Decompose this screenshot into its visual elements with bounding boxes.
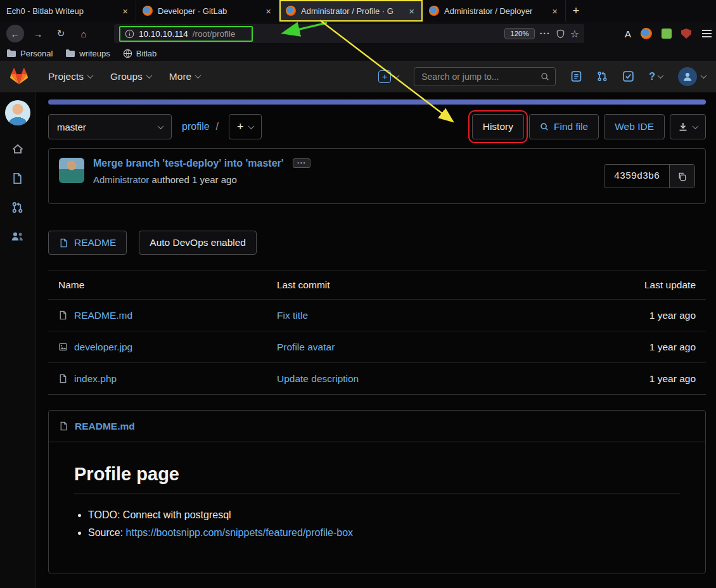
sidebar-item-members[interactable] [11, 231, 24, 241]
back-button[interactable]: ← [6, 25, 24, 42]
plus-icon: + [378, 70, 391, 83]
sidebar-item-repository[interactable] [11, 172, 23, 184]
home-button[interactable]: ⌂ [75, 25, 93, 42]
close-icon[interactable]: × [121, 6, 129, 16]
commit-message-link[interactable]: Fix title [277, 310, 601, 321]
page-actions-icon[interactable]: ··· [540, 29, 551, 39]
history-button[interactable]: History [472, 114, 524, 139]
last-commit-panel: Merge branch 'test-deploy' into 'master'… [48, 148, 706, 204]
tab-administrator-profile[interactable]: Administrator / Profile · G × [279, 0, 423, 22]
column-header-last-commit: Last commit [277, 279, 601, 291]
sidebar-item-overview[interactable] [11, 143, 24, 155]
readme-bullet: TODO: Connect with postgresql [88, 509, 680, 521]
profile-box-link[interactable]: https://bootsnipp.com/snippets/featured/… [126, 527, 353, 538]
breadcrumb-separator: / [216, 121, 219, 132]
last-update-cell: 1 year ago [601, 373, 696, 385]
firefox-icon [143, 6, 153, 16]
file-document-icon [59, 421, 68, 431]
folder-icon [6, 49, 16, 58]
file-link[interactable]: developer.jpg [74, 342, 132, 353]
table-row[interactable]: README.md Fix title 1 year ago [48, 299, 706, 331]
commit-title-link[interactable]: Merge branch 'test-deploy' into 'master' [93, 158, 284, 169]
download-icon [678, 122, 688, 132]
readme-filename: README.md [75, 421, 135, 432]
download-source-button[interactable] [670, 114, 706, 139]
chevron-down-icon [248, 123, 254, 129]
forward-button[interactable]: → [29, 25, 47, 42]
bookmarks-bar: Personal writeups Bitlab [0, 46, 716, 61]
chevron-down-icon [146, 72, 152, 79]
close-icon[interactable]: × [407, 6, 416, 16]
avatar [678, 67, 697, 86]
commit-message-link[interactable]: Profile avatar [277, 342, 601, 353]
commit-author-link[interactable]: Administrator [93, 174, 149, 185]
file-document-icon [58, 310, 68, 320]
table-row[interactable]: developer.jpg Profile avatar 1 year ago [48, 331, 706, 362]
nav-projects-menu[interactable]: Projects [48, 71, 93, 82]
reload-button[interactable]: ↻ [52, 25, 70, 42]
chevron-down-icon [658, 72, 664, 79]
breadcrumb-project-link[interactable]: profile [182, 121, 210, 132]
bookmark-bitlab[interactable]: Bitlab [123, 49, 157, 58]
file-link[interactable]: index.php [74, 373, 117, 385]
tab-bitlab-writeup[interactable]: Ech0 - Bitlab Writeup × [0, 0, 136, 22]
breadcrumb: profile/ [182, 121, 219, 132]
bookmark-writeups[interactable]: writeups [65, 49, 110, 58]
file-link[interactable]: README.md [74, 310, 132, 321]
search-box[interactable] [414, 67, 556, 86]
table-row[interactable]: index.php Update description 1 year ago [48, 362, 706, 394]
readme-viewer: README.md Profile page TODO: Connect wit… [48, 410, 706, 573]
new-tab-button[interactable]: + [566, 0, 586, 22]
tab-administrator-deployer[interactable]: Administrator / Deployer × [423, 0, 566, 22]
commit-message-link[interactable]: Update description [277, 373, 601, 385]
todos-icon[interactable] [623, 71, 634, 82]
chevron-down-icon [393, 72, 400, 79]
zoom-indicator[interactable]: 120% [504, 28, 534, 39]
extension-toolbar: A [625, 28, 712, 39]
bookmark-label: writeups [79, 49, 110, 58]
expand-commit-button[interactable]: ··· [293, 158, 310, 168]
commit-author-avatar[interactable] [59, 158, 84, 183]
folder-icon [65, 49, 75, 58]
firefox-account-icon[interactable] [641, 28, 652, 39]
annotation-url-highlight: 10.10.10.114/root/profile [119, 26, 253, 42]
bookmark-personal[interactable]: Personal [6, 49, 53, 58]
sidebar-item-merge-requests[interactable] [11, 201, 23, 214]
add-file-dropdown[interactable]: + [229, 114, 262, 139]
tab-developer-gitlab[interactable]: Developer · GitLab × [136, 0, 279, 22]
ublock-shield-icon[interactable] [681, 29, 691, 39]
issues-icon[interactable] [571, 71, 582, 82]
chevron-down-icon [693, 123, 699, 129]
navigation-toolbar: ← → ↻ ⌂ 10.10.10.114/root/profile 120% ·… [0, 22, 716, 46]
shield-icon[interactable] [556, 29, 565, 39]
merge-requests-icon[interactable] [597, 71, 608, 82]
nav-groups-menu[interactable]: Groups [110, 71, 151, 82]
globe-icon [123, 49, 132, 58]
bookmark-label: Personal [20, 49, 53, 58]
nav-more-menu[interactable]: More [169, 71, 200, 82]
user-menu[interactable] [678, 67, 706, 86]
auto-devops-button[interactable]: Auto DevOps enabled [139, 231, 257, 255]
close-icon[interactable]: × [551, 6, 559, 16]
gitlab-logo-icon[interactable] [10, 68, 28, 85]
help-menu[interactable]: ? [649, 71, 663, 82]
bookmark-star-icon[interactable]: ☆ [570, 28, 579, 40]
close-icon[interactable]: × [264, 6, 272, 16]
branch-selector[interactable]: master [48, 114, 172, 139]
url-path: /root/profile [193, 29, 236, 39]
url-host: 10.10.10.114 [139, 29, 188, 39]
menu-icon[interactable] [701, 29, 712, 39]
url-bar[interactable]: 10.10.10.114/root/profile 120% ··· ☆ [114, 24, 584, 43]
readme-button[interactable]: README [48, 231, 127, 255]
project-avatar[interactable] [5, 100, 30, 125]
extension-a-icon[interactable]: A [625, 29, 631, 39]
new-menu-button[interactable]: + [378, 70, 399, 83]
help-icon: ? [649, 71, 655, 82]
bookmark-label: Bitlab [136, 49, 157, 58]
extension-green-icon[interactable] [662, 29, 672, 39]
copy-commit-sha-button[interactable] [669, 165, 694, 188]
find-file-button[interactable]: Find file [529, 114, 599, 139]
web-ide-button[interactable]: Web IDE [604, 114, 665, 139]
commit-sha-group: 4359d3b6 [604, 164, 695, 188]
search-input[interactable] [420, 71, 537, 82]
